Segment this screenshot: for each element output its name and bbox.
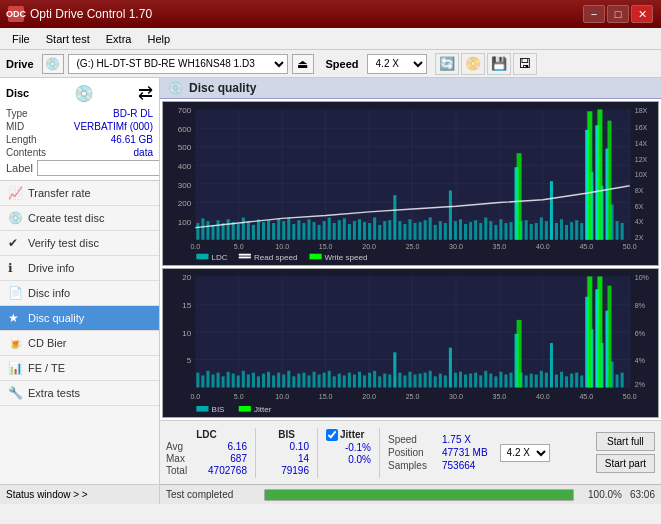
svg-rect-210 [469, 373, 472, 387]
svg-rect-180 [318, 374, 321, 387]
status-window-button[interactable]: Status window > > [0, 484, 159, 504]
svg-rect-265 [196, 406, 208, 412]
disc-write-icon[interactable]: 💾 [487, 53, 511, 75]
save-icon[interactable]: 🖫 [513, 53, 537, 75]
svg-rect-83 [525, 220, 528, 240]
disc-label-label: Label [6, 162, 33, 174]
menu-start-test[interactable]: Start test [38, 31, 98, 47]
svg-text:6%: 6% [635, 330, 645, 337]
extra-tests-icon: 🔧 [8, 386, 24, 400]
total-label: Total [166, 465, 198, 476]
disc-contents-label: Contents [6, 147, 46, 158]
sidebar-item-cd-bier[interactable]: 🍺 CD Bier [0, 331, 159, 356]
svg-rect-223 [535, 374, 538, 387]
start-part-button[interactable]: Start part [596, 454, 655, 473]
svg-rect-92 [570, 222, 573, 240]
svg-rect-196 [398, 373, 401, 388]
svg-rect-231 [575, 373, 578, 388]
sidebar-item-fe-te[interactable]: 📊 FE / TE [0, 356, 159, 381]
disc-mid-value: VERBATIMf (000) [74, 121, 153, 132]
sidebar-item-verify-test-disc[interactable]: ✔ Verify test disc [0, 231, 159, 256]
ldc-max-value: 687 [202, 453, 247, 464]
svg-rect-104 [587, 111, 592, 239]
stats-speed-select[interactable]: 4.2 X [500, 444, 550, 462]
svg-text:LDC: LDC [211, 254, 228, 263]
ldc-avg-value: 6.16 [202, 441, 247, 452]
menu-file[interactable]: File [4, 31, 38, 47]
svg-text:5: 5 [187, 357, 191, 366]
svg-rect-25 [232, 222, 235, 240]
start-full-button[interactable]: Start full [596, 432, 655, 451]
sidebar-item-extra-tests[interactable]: 🔧 Extra tests [0, 381, 159, 406]
ldc-total-value: 4702768 [202, 465, 247, 476]
svg-text:16X: 16X [635, 124, 648, 131]
sidebar-item-label: FE / TE [28, 362, 65, 374]
svg-rect-214 [489, 373, 492, 387]
sidebar-item-disc-quality[interactable]: ★ Disc quality [0, 306, 159, 331]
menu-extra[interactable]: Extra [98, 31, 140, 47]
sidebar-item-label: Verify test disc [28, 237, 99, 249]
jitter-stats-header: Jitter [340, 429, 364, 440]
svg-text:700: 700 [178, 106, 192, 115]
svg-rect-54 [378, 225, 381, 240]
svg-rect-90 [560, 219, 563, 239]
svg-rect-212 [479, 375, 482, 387]
eject-button[interactable]: ⏏ [292, 54, 314, 74]
svg-rect-86 [540, 217, 543, 239]
svg-rect-56 [388, 220, 391, 240]
bis-chart-svg: 20 15 10 5 10% 8% 6% 4% 2% 0.0 5.0 10.0 … [163, 269, 658, 417]
position-row-value: 47731 MB [442, 447, 488, 458]
speed-label: Speed [326, 58, 359, 70]
svg-rect-55 [383, 221, 386, 240]
svg-rect-66 [439, 221, 442, 240]
svg-rect-184 [338, 373, 341, 387]
svg-text:5.0: 5.0 [234, 243, 244, 250]
svg-rect-206 [449, 348, 452, 388]
app-icon: ODC [8, 6, 24, 22]
svg-rect-240 [621, 373, 624, 388]
svg-text:4X: 4X [635, 218, 644, 225]
svg-rect-202 [429, 371, 432, 388]
menu-help[interactable]: Help [139, 31, 178, 47]
content-area: 💿 Disc quality [160, 78, 661, 504]
drive-icon-button[interactable]: 💿 [42, 54, 64, 74]
sidebar-item-create-test-disc[interactable]: 💿 Create test disc [0, 206, 159, 231]
disc-read-icon[interactable]: 📀 [461, 53, 485, 75]
svg-rect-239 [616, 374, 619, 387]
jitter-checkbox[interactable] [326, 429, 338, 441]
ldc-stats-header: LDC [166, 429, 247, 440]
ldc-avg-row: Avg 6.16 [166, 441, 247, 452]
refresh-icon[interactable]: 🔄 [435, 53, 459, 75]
disc-type-row: Type BD-R DL [6, 108, 153, 119]
window-controls: − □ ✕ [583, 5, 653, 23]
speed-row-value: 1.75 X [442, 434, 471, 445]
svg-rect-228 [560, 372, 563, 388]
speed-select[interactable]: 4.2 X [367, 54, 427, 74]
svg-rect-188 [358, 372, 361, 388]
svg-rect-192 [378, 376, 381, 387]
maximize-button[interactable]: □ [607, 5, 629, 23]
disc-quality-header-icon: 💿 [168, 81, 183, 95]
sidebar-item-disc-info[interactable]: 📄 Disc info [0, 281, 159, 306]
disc-panel-icon: 💿 [74, 84, 94, 103]
drive-select[interactable]: (G:) HL-DT-ST BD-RE WH16NS48 1.D3 [68, 54, 288, 74]
svg-rect-74 [479, 223, 482, 240]
svg-rect-165 [242, 371, 245, 388]
svg-rect-101 [616, 221, 619, 240]
svg-rect-42 [318, 225, 321, 240]
disc-change-icon[interactable]: ⇄ [138, 82, 153, 104]
toolbar-icons: 🔄 📀 💾 🖫 [435, 53, 537, 75]
close-button[interactable]: ✕ [631, 5, 653, 23]
svg-rect-171 [272, 375, 275, 387]
svg-rect-243 [597, 276, 602, 387]
disc-label-input[interactable] [37, 160, 160, 176]
svg-text:2X: 2X [635, 234, 644, 241]
svg-rect-26 [237, 224, 240, 240]
svg-text:30.0: 30.0 [449, 393, 463, 400]
sidebar-item-drive-info[interactable]: ℹ Drive info [0, 256, 159, 281]
svg-text:35.0: 35.0 [493, 243, 507, 250]
status-window-label: Status window > > [6, 489, 88, 500]
svg-rect-72 [469, 222, 472, 240]
minimize-button[interactable]: − [583, 5, 605, 23]
sidebar-item-transfer-rate[interactable]: 📈 Transfer rate [0, 181, 159, 206]
